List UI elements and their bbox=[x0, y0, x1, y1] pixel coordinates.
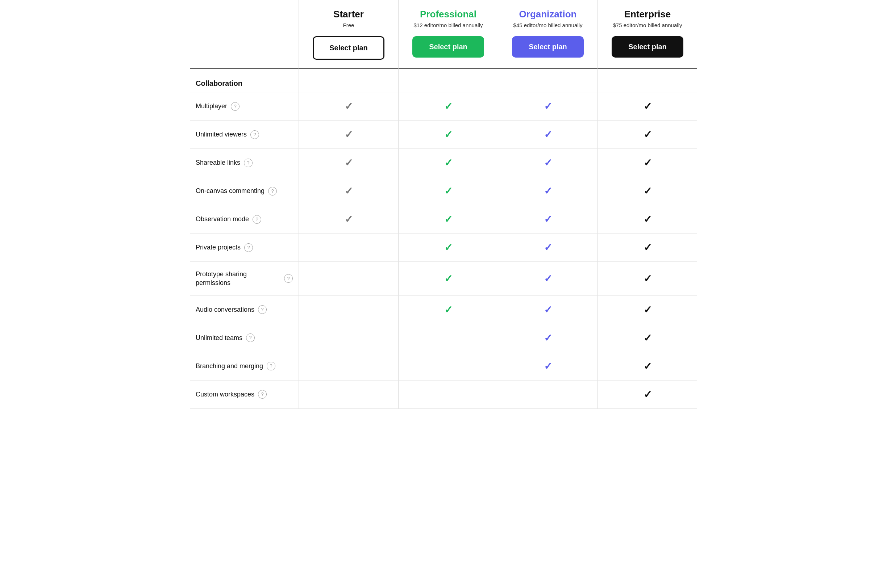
feature-check-3-enterprise: ✓ bbox=[597, 177, 697, 205]
checkmark-8-enterprise: ✓ bbox=[643, 332, 652, 344]
section-header-collaboration: Collaboration bbox=[190, 69, 299, 92]
plan-subtitle-enterprise: $75 editor/mo billed annually bbox=[605, 21, 690, 29]
feature-check-3-professional: ✓ bbox=[398, 177, 498, 205]
select-plan-button-enterprise[interactable]: Select plan bbox=[612, 36, 684, 58]
help-icon-8[interactable]: ? bbox=[246, 333, 255, 342]
header-feature-col bbox=[190, 0, 299, 69]
help-icon-1[interactable]: ? bbox=[250, 130, 259, 139]
plan-subtitle-starter: Free bbox=[306, 21, 391, 29]
checkmark-3-organization: ✓ bbox=[544, 185, 552, 197]
section-header-empty-organization bbox=[498, 69, 597, 92]
header-plan-starter: StarterFreeSelect plan bbox=[299, 0, 398, 69]
feature-check-6-enterprise: ✓ bbox=[597, 262, 697, 296]
feature-label-4: Observation mode? bbox=[190, 205, 299, 234]
section-header-empty-enterprise bbox=[597, 69, 697, 92]
checkmark-4-organization: ✓ bbox=[544, 213, 552, 225]
header-plan-organization: Organization$45 editor/mo billed annuall… bbox=[498, 0, 597, 69]
feature-check-7-starter bbox=[299, 296, 398, 324]
help-icon-7[interactable]: ? bbox=[258, 305, 267, 314]
section-header-empty-starter bbox=[299, 69, 398, 92]
feature-label-7: Audio conversations? bbox=[190, 296, 299, 324]
feature-check-5-enterprise: ✓ bbox=[597, 234, 697, 262]
help-icon-3[interactable]: ? bbox=[268, 187, 277, 195]
checkmark-7-organization: ✓ bbox=[544, 304, 552, 316]
help-icon-2[interactable]: ? bbox=[244, 159, 253, 167]
checkmark-7-professional: ✓ bbox=[444, 304, 453, 316]
section-header-empty-professional bbox=[398, 69, 498, 92]
feature-label-0: Multiplayer? bbox=[190, 92, 299, 121]
feature-check-8-starter bbox=[299, 324, 398, 352]
feature-label-6: Prototype sharing permissions? bbox=[190, 262, 299, 296]
header-plan-enterprise: Enterprise$75 editor/mo billed annuallyS… bbox=[597, 0, 697, 69]
checkmark-5-professional: ✓ bbox=[444, 242, 453, 254]
help-icon-9[interactable]: ? bbox=[267, 362, 275, 370]
feature-label-1: Unlimited viewers? bbox=[190, 121, 299, 149]
feature-check-8-professional bbox=[398, 324, 498, 352]
feature-text-8: Unlimited teams bbox=[195, 333, 242, 342]
help-icon-10[interactable]: ? bbox=[258, 390, 267, 399]
checkmark-8-organization: ✓ bbox=[544, 332, 552, 344]
select-plan-button-starter[interactable]: Select plan bbox=[313, 36, 385, 60]
feature-check-8-enterprise: ✓ bbox=[597, 324, 697, 352]
plan-subtitle-organization: $45 editor/mo billed annually bbox=[505, 21, 590, 29]
checkmark-9-organization: ✓ bbox=[544, 360, 552, 372]
checkmark-1-professional: ✓ bbox=[444, 129, 453, 141]
pricing-table: StarterFreeSelect planProfessional$12 ed… bbox=[190, 0, 697, 409]
checkmark-1-enterprise: ✓ bbox=[643, 129, 652, 141]
feature-check-10-professional bbox=[398, 381, 498, 409]
checkmark-3-enterprise: ✓ bbox=[643, 185, 652, 197]
select-plan-button-professional[interactable]: Select plan bbox=[412, 36, 484, 58]
feature-check-10-organization bbox=[498, 381, 597, 409]
feature-text-4: Observation mode bbox=[195, 215, 249, 224]
help-icon-5[interactable]: ? bbox=[244, 243, 253, 252]
feature-check-10-enterprise: ✓ bbox=[597, 381, 697, 409]
help-icon-0[interactable]: ? bbox=[231, 102, 239, 111]
checkmark-6-enterprise: ✓ bbox=[643, 273, 652, 285]
header-plan-professional: Professional$12 editor/mo billed annuall… bbox=[398, 0, 498, 69]
checkmark-7-enterprise: ✓ bbox=[643, 304, 652, 316]
select-plan-button-organization[interactable]: Select plan bbox=[512, 36, 584, 58]
feature-text-10: Custom workspaces bbox=[195, 390, 254, 399]
feature-check-5-organization: ✓ bbox=[498, 234, 597, 262]
feature-check-7-professional: ✓ bbox=[398, 296, 498, 324]
feature-check-2-organization: ✓ bbox=[498, 149, 597, 177]
feature-label-8: Unlimited teams? bbox=[190, 324, 299, 352]
feature-check-4-starter: ✓ bbox=[299, 205, 398, 234]
feature-check-1-starter: ✓ bbox=[299, 121, 398, 149]
checkmark-9-enterprise: ✓ bbox=[643, 360, 652, 372]
feature-check-1-organization: ✓ bbox=[498, 121, 597, 149]
feature-check-5-professional: ✓ bbox=[398, 234, 498, 262]
feature-text-3: On-canvas commenting bbox=[195, 186, 265, 195]
feature-check-9-starter bbox=[299, 352, 398, 381]
help-icon-6[interactable]: ? bbox=[284, 274, 293, 283]
feature-check-10-starter bbox=[299, 381, 398, 409]
checkmark-1-organization: ✓ bbox=[544, 129, 552, 141]
feature-text-6: Prototype sharing permissions bbox=[195, 270, 280, 288]
plan-name-organization: Organization bbox=[505, 9, 590, 20]
feature-label-2: Shareable links? bbox=[190, 149, 299, 177]
feature-check-0-enterprise: ✓ bbox=[597, 92, 697, 121]
feature-text-7: Audio conversations bbox=[195, 305, 254, 314]
feature-check-3-organization: ✓ bbox=[498, 177, 597, 205]
feature-check-6-organization: ✓ bbox=[498, 262, 597, 296]
feature-check-8-organization: ✓ bbox=[498, 324, 597, 352]
feature-label-9: Branching and merging? bbox=[190, 352, 299, 381]
feature-check-2-professional: ✓ bbox=[398, 149, 498, 177]
checkmark-0-enterprise: ✓ bbox=[643, 100, 652, 112]
checkmark-3-professional: ✓ bbox=[444, 185, 453, 197]
plan-name-starter: Starter bbox=[306, 9, 391, 20]
checkmark-6-organization: ✓ bbox=[544, 273, 552, 285]
feature-text-9: Branching and merging bbox=[195, 362, 263, 370]
checkmark-0-organization: ✓ bbox=[544, 100, 552, 112]
feature-check-2-enterprise: ✓ bbox=[597, 149, 697, 177]
feature-check-4-organization: ✓ bbox=[498, 205, 597, 234]
help-icon-4[interactable]: ? bbox=[253, 215, 261, 224]
feature-check-7-enterprise: ✓ bbox=[597, 296, 697, 324]
feature-check-6-professional: ✓ bbox=[398, 262, 498, 296]
feature-check-0-professional: ✓ bbox=[398, 92, 498, 121]
feature-check-6-starter bbox=[299, 262, 398, 296]
feature-text-2: Shareable links bbox=[195, 158, 240, 167]
checkmark-2-organization: ✓ bbox=[544, 157, 552, 169]
checkmark-4-professional: ✓ bbox=[444, 213, 453, 225]
checkmark-0-starter: ✓ bbox=[344, 100, 353, 112]
